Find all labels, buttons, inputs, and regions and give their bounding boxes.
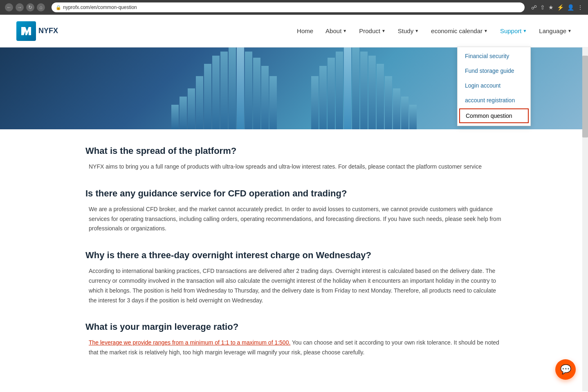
nav-study[interactable]: Study ▼ (398, 27, 419, 34)
extensions-icon[interactable]: ⚡ (557, 4, 564, 11)
chat-button[interactable]: 💬 (555, 359, 576, 380)
dropdown-item-login-account[interactable]: Login account (458, 78, 530, 93)
question-block-1: What is the spread of the platform? NYFX… (85, 146, 503, 172)
hero-bar (336, 52, 343, 129)
nav-home[interactable]: Home (297, 27, 313, 34)
nav-language[interactable]: Language ▼ (539, 27, 572, 34)
logo-text: NYFX (38, 27, 58, 35)
nav-links: Home About ▼ Product ▼ Study ▼ economic … (297, 27, 572, 34)
support-dropdown: Financial security Fund storage guide Lo… (457, 47, 531, 126)
navbar: NYFX Home About ▼ Product ▼ Study ▼ econ… (0, 15, 588, 47)
reload-button[interactable]: ↻ (26, 3, 34, 11)
question-title-1: What is the spread of the platform? (85, 146, 503, 156)
hero-bar (212, 56, 220, 129)
logo-icon (16, 21, 36, 41)
answer-text-4: The leverage we provide ranges from a mi… (89, 338, 503, 358)
main-content: What is the spread of the platform? NYFX… (69, 146, 519, 358)
hero-bar (180, 97, 187, 129)
hero-bar (319, 66, 327, 129)
scrollbar-thumb[interactable] (582, 56, 588, 137)
home-button[interactable]: ⌂ (37, 3, 45, 11)
scrollbar[interactable] (582, 15, 588, 391)
question-block-4: What is your margin leverage ratio? The … (85, 322, 503, 358)
menu-icon[interactable]: ⋮ (577, 4, 583, 11)
answer-text-1: NYFX aims to bring you a full range of p… (89, 162, 503, 172)
browser-toolbar-icons: ☍ ⇧ ★ ⚡ 👤 ⋮ (531, 4, 583, 11)
question-title-4: What is your margin leverage ratio? (85, 322, 503, 332)
economic-arrow-icon: ▼ (484, 29, 488, 33)
browser-chrome: ← → ↻ ⌂ 🔒 nyprofx.com/en/common-question… (0, 0, 588, 15)
bookmark-icon[interactable]: ★ (548, 4, 554, 11)
support-arrow-icon: ▼ (523, 29, 527, 33)
screen-cast-icon[interactable]: ☍ (531, 4, 537, 11)
hero-bar (229, 47, 236, 129)
nav-product[interactable]: Product ▼ (359, 27, 386, 34)
hero-bar (204, 64, 211, 129)
answer-text-3: According to international banking pract… (89, 266, 503, 305)
hero-bar (377, 64, 384, 129)
hero-bar (311, 76, 319, 129)
hero-bar (220, 52, 228, 129)
hero-bar (253, 58, 260, 129)
hero-bar (401, 97, 408, 129)
answer-text-2: We are a professional CFD broker, and th… (89, 205, 503, 234)
about-arrow-icon: ▼ (343, 29, 347, 33)
hero-bar (368, 56, 376, 129)
hero-bar (409, 105, 417, 129)
nav-about[interactable]: About ▼ (325, 27, 347, 34)
forward-button[interactable]: → (16, 3, 24, 11)
hero-bar (393, 88, 400, 129)
browser-nav-controls[interactable]: ← → ↻ ⌂ (5, 3, 45, 11)
hero-bar (196, 76, 203, 129)
hero-bar (261, 66, 269, 129)
product-arrow-icon: ▼ (382, 29, 386, 33)
hero-bar (352, 47, 359, 129)
hero-bar (237, 47, 244, 129)
dropdown-item-fund-storage[interactable]: Fund storage guide (458, 63, 530, 78)
back-button[interactable]: ← (5, 3, 13, 11)
study-arrow-icon: ▼ (415, 29, 419, 33)
dropdown-item-financial-security[interactable]: Financial security (458, 49, 530, 63)
profile-icon[interactable]: 👤 (567, 4, 574, 11)
hero-bar (245, 52, 252, 129)
address-bar[interactable]: 🔒 nyprofx.com/en/common-question (52, 2, 525, 12)
hero-bar (360, 52, 368, 129)
question-title-3: Why is there a three-day overnight inter… (85, 250, 503, 261)
nav-economic-calendar[interactable]: economic calendar ▼ (431, 27, 488, 34)
dropdown-item-account-registration[interactable]: account registration (458, 93, 530, 108)
nav-support[interactable]: Support ▼ (500, 27, 527, 34)
hero-bar (385, 76, 392, 129)
question-title-2: Is there any guidance service for CFD op… (85, 188, 503, 199)
hero-bar (328, 58, 335, 129)
answer-link-text-4: The leverage we provide ranges from a mi… (89, 339, 290, 346)
url-text: nyprofx.com/en/common-question (63, 5, 137, 10)
dropdown-item-common-question[interactable]: Common question (459, 108, 529, 123)
share-icon[interactable]: ⇧ (540, 4, 545, 11)
hero-bar (344, 47, 351, 129)
language-arrow-icon: ▼ (568, 29, 572, 33)
lock-icon: 🔒 (56, 5, 61, 10)
question-block-3: Why is there a three-day overnight inter… (85, 250, 503, 305)
hero-bar (171, 105, 179, 129)
hero-bar (188, 88, 195, 129)
question-block-2: Is there any guidance service for CFD op… (85, 188, 503, 234)
chat-icon: 💬 (560, 364, 571, 375)
logo[interactable]: NYFX (16, 21, 58, 41)
hero-bar (269, 76, 277, 129)
